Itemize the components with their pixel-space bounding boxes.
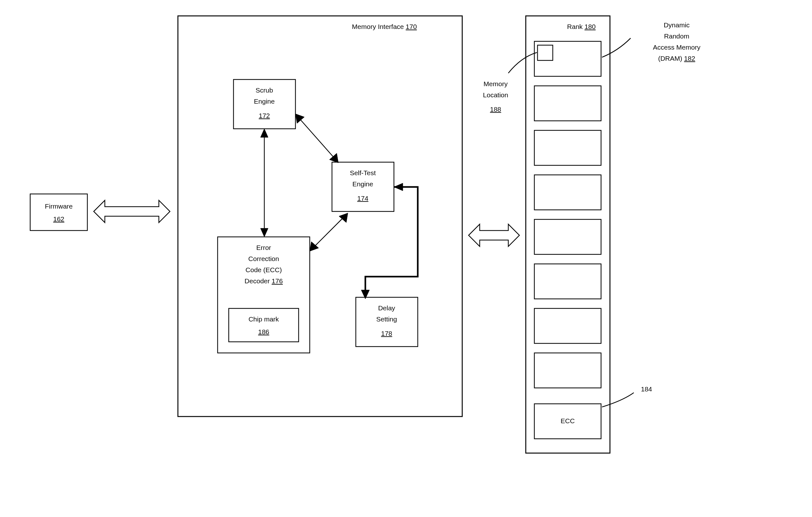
svg-rect-21	[534, 86, 601, 121]
interface-rank-arrow	[469, 224, 519, 246]
dram-l3: Access Memory	[653, 44, 700, 51]
dram-l2: Random	[664, 32, 689, 40]
memloc-l1: Memory	[484, 80, 508, 87]
ecc-selftest-arrow	[310, 213, 348, 251]
svg-rect-23	[534, 175, 601, 210]
svg-marker-11	[295, 114, 304, 124]
memory-interface-label: Memory Interface 170	[352, 23, 417, 30]
scrub-engine-block: Scrub Engine 172	[233, 80, 295, 129]
memory-interface-block: Memory Interface 170	[178, 16, 462, 416]
scrub-ecc-arrow	[261, 129, 268, 237]
scrub-selftest-arrow	[295, 114, 338, 163]
svg-marker-8	[261, 129, 268, 137]
svg-rect-1	[178, 16, 462, 416]
svg-marker-17	[394, 183, 403, 191]
firmware-num: 162	[53, 215, 64, 223]
svg-rect-4	[218, 237, 310, 353]
delay-setting-block: Delay Setting 178	[356, 297, 418, 347]
memory-location-callout: Memory Location 188	[483, 52, 537, 113]
svg-rect-27	[534, 353, 601, 388]
dram-l1: Dynamic	[664, 21, 690, 29]
rank-title: Rank 180	[567, 23, 596, 30]
ecc-l3: Code (ECC)	[245, 266, 282, 273]
svg-rect-22	[534, 130, 601, 165]
scrub-l2: Engine	[254, 98, 274, 105]
dram-line4: (DRAM) 182	[658, 55, 695, 62]
svg-rect-26	[534, 308, 601, 344]
svg-rect-25	[534, 264, 601, 299]
selftest-l1: Self-Test	[350, 169, 376, 176]
svg-rect-20	[538, 45, 553, 60]
delay-l1: Delay	[378, 304, 395, 311]
ecc184-num: 184	[641, 385, 652, 393]
self-test-block: Self-Test Engine 174	[332, 162, 394, 212]
delay-l2: Setting	[376, 316, 397, 323]
svg-line-13	[313, 216, 345, 248]
memloc-num: 188	[490, 106, 501, 113]
selftest-num: 174	[357, 195, 368, 202]
svg-rect-19	[534, 41, 601, 76]
svg-marker-12	[329, 153, 338, 163]
svg-marker-9	[261, 228, 268, 237]
ecc-decoder-line4: Decoder 176	[244, 277, 283, 284]
selftest-delay-arrow	[361, 183, 418, 299]
ecc-l1: Error	[256, 244, 271, 251]
svg-rect-5	[229, 308, 299, 342]
ecc-chip-label: ECC	[561, 417, 575, 425]
memloc-l2: Location	[483, 91, 508, 99]
selftest-l2: Engine	[352, 180, 373, 188]
chipmark-num: 186	[258, 328, 269, 335]
diagram-canvas: Firmware 162 Memory Interface 170 Scrub …	[0, 0, 812, 517]
svg-line-10	[299, 118, 335, 159]
ecc-l2: Correction	[249, 255, 279, 262]
dram-callout: Dynamic Random Access Memory (DRAM) 182	[602, 21, 700, 62]
scrub-l1: Scrub	[256, 86, 273, 94]
rank-block: Rank 180 ECC	[526, 16, 610, 453]
scrub-num: 172	[259, 112, 270, 119]
firmware-interface-arrow	[94, 200, 170, 223]
chipmark-label: Chip mark	[249, 316, 279, 323]
ecc-decoder-block: Error Correction Code (ECC) Decoder 176 …	[218, 237, 310, 353]
firmware-block: Firmware 162	[30, 194, 87, 230]
svg-rect-24	[534, 219, 601, 254]
firmware-label: Firmware	[45, 202, 73, 210]
svg-rect-0	[30, 194, 87, 230]
delay-num: 178	[381, 330, 392, 337]
